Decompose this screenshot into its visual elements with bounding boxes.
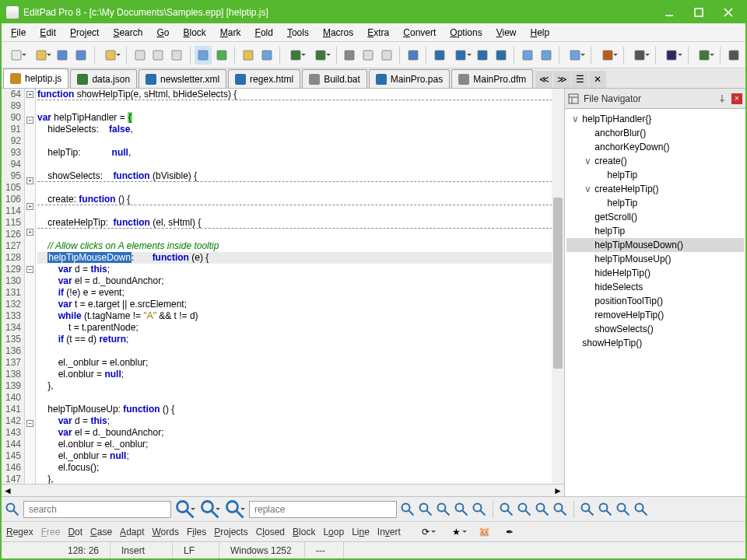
- opt-regex[interactable]: Regex: [6, 527, 33, 537]
- select-all-icon[interactable]: [404, 46, 422, 65]
- tab-scroll-right-icon[interactable]: ≫: [553, 71, 570, 88]
- opt-case[interactable]: Case: [90, 527, 112, 537]
- zoom-in-icon[interactable]: [430, 46, 448, 65]
- menu-macros[interactable]: Macros: [317, 25, 359, 40]
- opt-invert[interactable]: Invert: [377, 527, 401, 537]
- fold-marker[interactable]: −: [26, 266, 33, 273]
- opt-line[interactable]: Line: [352, 527, 370, 537]
- opt-history-icon[interactable]: ⟳: [415, 524, 437, 540]
- nav-node[interactable]: getScroll(): [566, 210, 744, 224]
- nav-node[interactable]: anchorBlur(): [566, 126, 744, 140]
- filter-in-icon[interactable]: [517, 502, 532, 517]
- opt-adapt[interactable]: Adapt: [120, 527, 144, 537]
- sort-desc-icon[interactable]: [537, 46, 555, 65]
- close-button[interactable]: [719, 5, 738, 20]
- nav-node[interactable]: positionToolTip(): [566, 294, 744, 308]
- opt-dot[interactable]: Dot: [68, 527, 82, 537]
- font-icon[interactable]: [660, 46, 683, 65]
- new-file-icon[interactable]: [5, 46, 28, 65]
- menu-search[interactable]: Search: [107, 25, 149, 40]
- menu-edit[interactable]: Edit: [33, 25, 62, 40]
- fold-marker[interactable]: +: [26, 91, 33, 98]
- copy-icon[interactable]: [131, 46, 149, 65]
- replace-prev-icon[interactable]: [418, 502, 433, 517]
- nav-node[interactable]: removeHelpTip(): [566, 308, 744, 322]
- tab-close-icon[interactable]: ✕: [589, 71, 606, 88]
- fold-marker[interactable]: −: [26, 420, 33, 427]
- status-encoding[interactable]: Windows 1252: [219, 542, 305, 558]
- fold-marker[interactable]: +: [26, 203, 33, 210]
- opt-projects[interactable]: Projects: [214, 527, 247, 537]
- nav-node[interactable]: ∨ create(): [566, 154, 744, 168]
- tab-scroll-left-icon[interactable]: ≪: [535, 71, 552, 88]
- tab-regex-html[interactable]: regex.html: [228, 69, 300, 88]
- tab-data-json[interactable]: data.json: [70, 69, 137, 88]
- opt-script-icon[interactable]: ✒: [502, 524, 517, 540]
- navigator-tree[interactable]: ∨ helpTipHandler{} anchorBlur() anchorKe…: [565, 109, 745, 496]
- settings-icon[interactable]: [724, 46, 742, 65]
- nav-node[interactable]: ∨ helpTipHandler{}: [566, 112, 744, 126]
- menu-extra[interactable]: Extra: [361, 25, 395, 40]
- search-icon[interactable]: [5, 502, 20, 517]
- nav-node[interactable]: hideSelects: [566, 280, 744, 294]
- tab-list-icon[interactable]: ☰: [571, 71, 588, 88]
- scheme-icon[interactable]: [693, 46, 716, 65]
- vertical-scrollbar[interactable]: [552, 89, 564, 484]
- sort-icon[interactable]: [518, 46, 536, 65]
- undo-icon[interactable]: [284, 46, 307, 65]
- wand-icon[interactable]: [595, 46, 619, 65]
- list-icon[interactable]: [628, 46, 651, 65]
- opt-animal-icon[interactable]: 🐹: [477, 524, 493, 540]
- mail-icon[interactable]: [258, 46, 275, 65]
- status-eol[interactable]: LF: [173, 542, 219, 558]
- menu-help[interactable]: Help: [524, 25, 556, 40]
- instant-icon[interactable]: [598, 502, 613, 517]
- menu-view[interactable]: View: [490, 25, 523, 40]
- menu-project[interactable]: Project: [64, 25, 105, 40]
- opt-files[interactable]: Files: [187, 527, 206, 537]
- zoom-reset-icon[interactable]: [492, 46, 510, 65]
- nav-node[interactable]: helpTipMouseDown(): [566, 238, 744, 252]
- horizontal-scrollbar[interactable]: ◄►: [2, 484, 564, 496]
- zoom-icon[interactable]: [449, 46, 472, 65]
- replace-next-icon[interactable]: [400, 502, 416, 517]
- nav-node[interactable]: showSelects(): [566, 322, 744, 336]
- find-replace-icon[interactable]: [563, 46, 587, 65]
- copy-results-icon[interactable]: [615, 502, 631, 517]
- menu-go[interactable]: Go: [150, 25, 175, 40]
- navigator-close-button[interactable]: ×: [731, 93, 742, 104]
- opt-block[interactable]: Block: [293, 527, 315, 537]
- page-icon[interactable]: [168, 46, 186, 65]
- opt-favorite-icon[interactable]: ★: [446, 524, 468, 540]
- favorites-icon[interactable]: [633, 502, 649, 517]
- fold-column[interactable]: +−+++−−: [25, 89, 36, 484]
- filter-all-icon[interactable]: [552, 502, 568, 517]
- nav-node[interactable]: ∨ createHelpTip(): [566, 182, 744, 196]
- save-icon[interactable]: [54, 46, 72, 65]
- filter-out-icon[interactable]: [535, 502, 550, 517]
- tab-helptip-js[interactable]: helptip.js: [3, 68, 68, 88]
- replace-all-icon[interactable]: [436, 502, 451, 517]
- save-all-icon[interactable]: [72, 46, 90, 65]
- filter-icon[interactable]: [499, 502, 514, 517]
- nav-node[interactable]: hideHelpTip(): [566, 266, 744, 280]
- menu-fold[interactable]: Fold: [249, 25, 279, 40]
- search-prev-button[interactable]: [199, 502, 221, 517]
- code-editor[interactable]: 6489909192939495105106114115126127128129…: [2, 89, 564, 484]
- nav-node[interactable]: helpTipMouseUp(): [566, 252, 744, 266]
- menu-tools[interactable]: Tools: [281, 25, 315, 40]
- menu-block[interactable]: Block: [177, 25, 212, 40]
- add-icon[interactable]: [212, 46, 230, 65]
- open-project-icon[interactable]: [99, 46, 122, 65]
- opt-words[interactable]: Words: [152, 527, 178, 537]
- fold-results-icon[interactable]: [580, 502, 595, 517]
- menu-mark[interactable]: Mark: [214, 25, 247, 40]
- tab-mainpro-dfm[interactable]: MainPro.dfm: [451, 69, 533, 88]
- menu-convert[interactable]: Convert: [397, 25, 442, 40]
- open-file-icon[interactable]: [29, 46, 52, 65]
- copy2-icon[interactable]: [359, 46, 377, 65]
- fold-marker[interactable]: +: [26, 229, 33, 236]
- fold-marker[interactable]: +: [26, 177, 33, 184]
- menu-file[interactable]: File: [5, 25, 32, 40]
- nav-node[interactable]: showHelpTip(): [566, 336, 744, 350]
